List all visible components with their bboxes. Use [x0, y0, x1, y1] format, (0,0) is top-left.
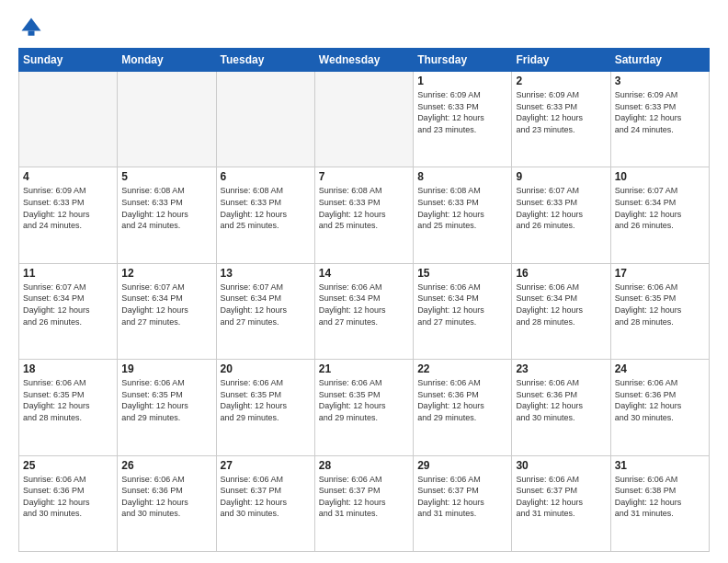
day-number: 4: [23, 170, 113, 183]
calendar-cell: [314, 72, 413, 167]
calendar-cell: [118, 72, 216, 167]
calendar-cell: 6Sunrise: 6:08 AM Sunset: 6:33 PM Daylig…: [216, 167, 314, 263]
day-number: 28: [319, 459, 409, 472]
calendar-cell: 13Sunrise: 6:07 AM Sunset: 6:34 PM Dayli…: [216, 263, 314, 359]
calendar-cell: 27Sunrise: 6:06 AM Sunset: 6:37 PM Dayli…: [216, 455, 314, 551]
day-info: Sunrise: 6:06 AM Sunset: 6:34 PM Dayligh…: [417, 282, 507, 327]
day-info: Sunrise: 6:06 AM Sunset: 6:38 PM Dayligh…: [615, 474, 705, 520]
calendar-cell: 22Sunrise: 6:06 AM Sunset: 6:36 PM Dayli…: [414, 360, 512, 455]
calendar-cell: 5Sunrise: 6:08 AM Sunset: 6:33 PM Daylig…: [118, 167, 216, 263]
day-number: 7: [319, 170, 409, 183]
day-number: 14: [319, 267, 409, 280]
calendar-cell: [216, 72, 314, 167]
day-number: 26: [121, 459, 211, 472]
calendar-cell: 23Sunrise: 6:06 AM Sunset: 6:36 PM Dayli…: [512, 360, 610, 455]
day-number: 15: [417, 267, 507, 280]
svg-marker-0: [22, 18, 41, 31]
day-number: 17: [615, 267, 705, 280]
day-number: 8: [417, 170, 507, 183]
day-number: 16: [516, 267, 606, 280]
calendar-cell: 24Sunrise: 6:06 AM Sunset: 6:36 PM Dayli…: [610, 360, 709, 455]
day-number: 20: [221, 362, 311, 375]
day-info: Sunrise: 6:06 AM Sunset: 6:35 PM Dayligh…: [23, 377, 113, 423]
day-info: Sunrise: 6:07 AM Sunset: 6:33 PM Dayligh…: [516, 185, 606, 231]
calendar-cell: 7Sunrise: 6:08 AM Sunset: 6:33 PM Daylig…: [314, 167, 413, 263]
page: SundayMondayTuesdayWednesdayThursdayFrid…: [0, 0, 728, 563]
calendar-cell: 3Sunrise: 6:09 AM Sunset: 6:33 PM Daylig…: [610, 72, 709, 167]
day-header-sunday: Sunday: [19, 49, 118, 72]
day-info: Sunrise: 6:06 AM Sunset: 6:35 PM Dayligh…: [319, 377, 409, 423]
day-number: 19: [121, 362, 211, 375]
calendar-cell: 18Sunrise: 6:06 AM Sunset: 6:35 PM Dayli…: [19, 360, 118, 455]
calendar-cell: 9Sunrise: 6:07 AM Sunset: 6:33 PM Daylig…: [512, 167, 610, 263]
day-info: Sunrise: 6:07 AM Sunset: 6:34 PM Dayligh…: [121, 282, 211, 327]
day-number: 3: [615, 75, 705, 87]
day-info: Sunrise: 6:06 AM Sunset: 6:34 PM Dayligh…: [319, 282, 409, 327]
day-info: Sunrise: 6:09 AM Sunset: 6:33 PM Dayligh…: [417, 89, 507, 135]
day-number: 24: [615, 362, 705, 375]
days-header-row: SundayMondayTuesdayWednesdayThursdayFrid…: [19, 49, 710, 72]
day-info: Sunrise: 6:09 AM Sunset: 6:33 PM Dayligh…: [23, 185, 113, 231]
day-info: Sunrise: 6:06 AM Sunset: 6:37 PM Dayligh…: [221, 474, 311, 520]
day-info: Sunrise: 6:06 AM Sunset: 6:35 PM Dayligh…: [615, 282, 705, 327]
calendar-cell: 8Sunrise: 6:08 AM Sunset: 6:33 PM Daylig…: [414, 167, 512, 263]
calendar-cell: 11Sunrise: 6:07 AM Sunset: 6:34 PM Dayli…: [19, 263, 118, 359]
day-number: 29: [417, 459, 507, 472]
day-number: 25: [23, 459, 113, 472]
calendar-week-1: 1Sunrise: 6:09 AM Sunset: 6:33 PM Daylig…: [19, 72, 710, 167]
day-info: Sunrise: 6:06 AM Sunset: 6:37 PM Dayligh…: [516, 474, 606, 520]
calendar-cell: 10Sunrise: 6:07 AM Sunset: 6:34 PM Dayli…: [610, 167, 709, 263]
header: [18, 15, 710, 40]
day-info: Sunrise: 6:06 AM Sunset: 6:35 PM Dayligh…: [221, 377, 311, 423]
day-info: Sunrise: 6:06 AM Sunset: 6:34 PM Dayligh…: [516, 282, 606, 327]
calendar-week-2: 4Sunrise: 6:09 AM Sunset: 6:33 PM Daylig…: [19, 167, 710, 263]
calendar-cell: 12Sunrise: 6:07 AM Sunset: 6:34 PM Dayli…: [118, 263, 216, 359]
calendar-cell: 21Sunrise: 6:06 AM Sunset: 6:35 PM Dayli…: [314, 360, 413, 455]
calendar-cell: 17Sunrise: 6:06 AM Sunset: 6:35 PM Dayli…: [610, 263, 709, 359]
day-number: 31: [615, 459, 705, 472]
day-header-monday: Monday: [118, 49, 216, 72]
day-header-saturday: Saturday: [610, 49, 709, 72]
day-number: 5: [121, 170, 211, 183]
day-number: 13: [221, 267, 311, 280]
day-info: Sunrise: 6:07 AM Sunset: 6:34 PM Dayligh…: [23, 282, 113, 327]
day-info: Sunrise: 6:07 AM Sunset: 6:34 PM Dayligh…: [615, 185, 705, 231]
logo: [18, 15, 48, 40]
calendar-cell: 29Sunrise: 6:06 AM Sunset: 6:37 PM Dayli…: [414, 455, 512, 551]
day-number: 27: [221, 459, 311, 472]
day-info: Sunrise: 6:09 AM Sunset: 6:33 PM Dayligh…: [615, 89, 705, 135]
day-number: 6: [221, 170, 311, 183]
day-info: Sunrise: 6:08 AM Sunset: 6:33 PM Dayligh…: [121, 185, 211, 231]
day-number: 30: [516, 459, 606, 472]
day-info: Sunrise: 6:06 AM Sunset: 6:37 PM Dayligh…: [417, 474, 507, 520]
calendar-cell: 25Sunrise: 6:06 AM Sunset: 6:36 PM Dayli…: [19, 455, 118, 551]
day-info: Sunrise: 6:06 AM Sunset: 6:36 PM Dayligh…: [23, 474, 113, 520]
day-info: Sunrise: 6:08 AM Sunset: 6:33 PM Dayligh…: [319, 185, 409, 231]
day-number: 22: [417, 362, 507, 375]
day-info: Sunrise: 6:06 AM Sunset: 6:36 PM Dayligh…: [417, 377, 507, 423]
day-info: Sunrise: 6:07 AM Sunset: 6:34 PM Dayligh…: [221, 282, 311, 327]
day-header-tuesday: Tuesday: [216, 49, 314, 72]
calendar-week-5: 25Sunrise: 6:06 AM Sunset: 6:36 PM Dayli…: [19, 455, 710, 551]
day-info: Sunrise: 6:06 AM Sunset: 6:35 PM Dayligh…: [121, 377, 211, 423]
day-number: 23: [516, 362, 606, 375]
calendar-cell: 16Sunrise: 6:06 AM Sunset: 6:34 PM Dayli…: [512, 263, 610, 359]
calendar-cell: 15Sunrise: 6:06 AM Sunset: 6:34 PM Dayli…: [414, 263, 512, 359]
day-number: 9: [516, 170, 606, 183]
logo-icon: [18, 15, 44, 40]
day-number: 10: [615, 170, 705, 183]
day-number: 18: [23, 362, 113, 375]
calendar-cell: [19, 72, 118, 167]
day-info: Sunrise: 6:06 AM Sunset: 6:36 PM Dayligh…: [516, 377, 606, 423]
calendar-cell: 31Sunrise: 6:06 AM Sunset: 6:38 PM Dayli…: [610, 455, 709, 551]
day-header-thursday: Thursday: [414, 49, 512, 72]
calendar-cell: 1Sunrise: 6:09 AM Sunset: 6:33 PM Daylig…: [414, 72, 512, 167]
day-number: 12: [121, 267, 211, 280]
day-info: Sunrise: 6:08 AM Sunset: 6:33 PM Dayligh…: [417, 185, 507, 231]
calendar-header: SundayMondayTuesdayWednesdayThursdayFrid…: [19, 49, 710, 72]
svg-rect-1: [28, 31, 35, 36]
day-info: Sunrise: 6:06 AM Sunset: 6:37 PM Dayligh…: [319, 474, 409, 520]
day-number: 1: [417, 75, 507, 87]
calendar-cell: 30Sunrise: 6:06 AM Sunset: 6:37 PM Dayli…: [512, 455, 610, 551]
calendar-cell: 2Sunrise: 6:09 AM Sunset: 6:33 PM Daylig…: [512, 72, 610, 167]
